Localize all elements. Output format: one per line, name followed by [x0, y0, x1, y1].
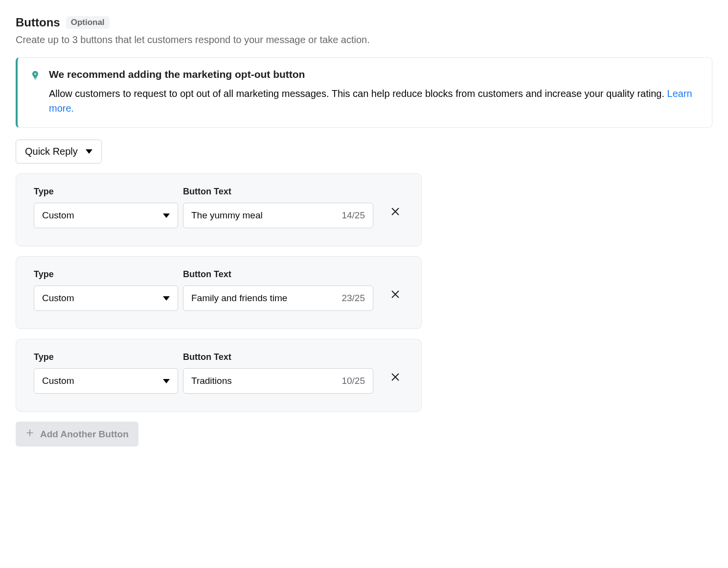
tip-title: We recommend adding the marketing opt-ou… [49, 69, 699, 80]
optional-badge: Optional [66, 16, 110, 29]
plus-icon [25, 428, 34, 440]
close-icon [390, 289, 401, 301]
button-row: Type Custom Button Text 10/25 [16, 339, 422, 412]
caret-down-icon [86, 149, 92, 154]
char-count: 14/25 [341, 210, 365, 221]
button-row: Type Custom Button Text 14/25 [16, 173, 422, 246]
close-icon [390, 372, 401, 384]
section-title: Buttons [16, 16, 60, 29]
caret-down-icon [163, 379, 170, 383]
add-button-label: Add Another Button [40, 429, 129, 440]
remove-button[interactable] [387, 286, 404, 304]
recommendation-tip: We recommend adding the marketing opt-ou… [16, 57, 712, 128]
button-text-label: Button Text [183, 269, 373, 280]
type-select[interactable]: Custom [34, 285, 178, 311]
button-text-input[interactable] [191, 286, 337, 310]
button-text-input[interactable] [191, 369, 337, 393]
button-text-label: Button Text [183, 352, 373, 362]
section-description: Create up to 3 buttons that let customer… [16, 34, 712, 46]
caret-down-icon [163, 213, 170, 218]
svg-rect-0 [34, 78, 37, 79]
tip-content: We recommend adding the marketing opt-ou… [49, 69, 699, 116]
button-text-input[interactable] [191, 203, 337, 228]
tip-body-text: Allow customers to request to opt out of… [49, 88, 667, 99]
add-another-button[interactable]: Add Another Button [16, 422, 138, 447]
char-count: 23/25 [341, 293, 365, 304]
remove-button[interactable] [387, 369, 404, 387]
type-select[interactable]: Custom [34, 203, 178, 228]
caret-down-icon [163, 296, 170, 301]
type-label: Type [34, 187, 178, 197]
type-label: Type [34, 269, 178, 280]
button-row: Type Custom Button Text 23/25 [16, 256, 422, 329]
close-icon [390, 206, 401, 218]
char-count: 10/25 [341, 376, 365, 386]
action-type-select[interactable]: Quick Reply [16, 140, 102, 164]
remove-button[interactable] [387, 203, 404, 221]
type-value: Custom [42, 210, 74, 221]
type-label: Type [34, 352, 178, 362]
section-header: Buttons Optional [16, 16, 712, 29]
action-type-label: Quick Reply [25, 146, 78, 157]
type-value: Custom [42, 293, 74, 304]
type-value: Custom [42, 376, 74, 386]
lightbulb-icon [30, 70, 40, 81]
tip-body: Allow customers to request to opt out of… [49, 86, 699, 116]
type-select[interactable]: Custom [34, 368, 178, 394]
button-text-label: Button Text [183, 187, 373, 197]
